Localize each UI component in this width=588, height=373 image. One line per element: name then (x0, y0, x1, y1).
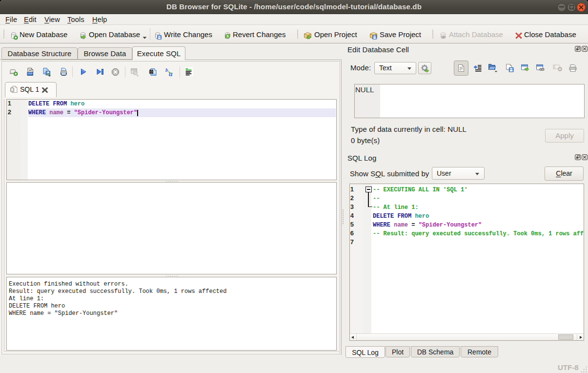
svg-text:b: b (165, 67, 168, 73)
